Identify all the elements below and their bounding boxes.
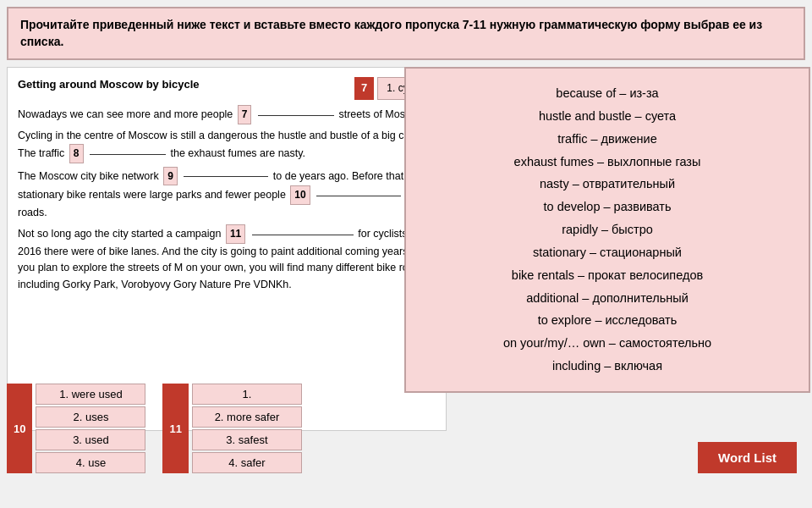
blank-line-8 <box>90 154 166 155</box>
blank-8: 8 <box>69 144 84 163</box>
option-11-1[interactable]: 1. <box>192 384 302 405</box>
paragraph-1: Nowadays we can see more and more people… <box>18 105 436 124</box>
blank-9: 9 <box>163 167 178 186</box>
answer-block-11: 11 1. 2. more safer 3. safest 4. safer <box>162 384 301 473</box>
word-list-item-1: because of – из-за <box>423 82 792 105</box>
blank-line-11 <box>252 235 354 235</box>
option-11-4[interactable]: 4. safer <box>192 452 302 473</box>
blank-line-10 <box>316 196 401 196</box>
answer-block-10: 10 1. were used 2. uses 3. used 4. use <box>7 384 145 473</box>
question-num-11: 11 <box>162 384 188 473</box>
blank-line-7 <box>258 115 334 116</box>
word-list-item-4: exhaust fumes – выхлопные газы <box>423 151 792 174</box>
word-list-item-9: bike rentals – прокат велосипедов <box>423 264 792 287</box>
option-10-3[interactable]: 3. used <box>36 429 145 450</box>
blank-line-9 <box>184 176 268 177</box>
word-list-item-8: stationary – стационарный <box>423 241 792 264</box>
word-list-button[interactable]: Word List <box>698 442 797 473</box>
word-list-item-13: including – включая <box>423 355 792 378</box>
paragraph-3: The Moscow city bike network 9 to de yea… <box>18 167 436 222</box>
word-list-item-2: hustle and bustle – суета <box>423 105 792 128</box>
instruction-text: Прочитайте приведенный ниже текст и вста… <box>20 18 762 48</box>
paragraph-4: Not so long ago the city started a campa… <box>18 224 436 293</box>
word-list-item-5: nasty – отвратительный <box>423 173 792 196</box>
blank-7: 7 <box>238 105 252 124</box>
word-list-item-10: additional – дополнительный <box>423 287 792 310</box>
word-list-item-3: traffic – движение <box>423 128 792 151</box>
paragraph-2: Cycling in the centre of Moscow is still… <box>18 128 436 163</box>
text-panel: Getting around Moscow by bicycle 7 1. cy… <box>7 67 447 431</box>
word-list-item-7: rapidly – быстро <box>423 218 792 241</box>
option-10-2[interactable]: 2. uses <box>36 406 145 428</box>
word-list-item-6: to develop – развивать <box>423 196 792 218</box>
options-list-10: 1. were used 2. uses 3. used 4. use <box>36 384 145 473</box>
option-10-1[interactable]: 1. were used <box>36 384 145 405</box>
option-11-2[interactable]: 2. more safer <box>192 406 302 428</box>
word-list-item-12: on your/my/… own – самостоятельно <box>423 332 792 355</box>
word-list-item-11: to explore – исследовать <box>423 309 792 332</box>
question-num-10: 10 <box>7 384 32 473</box>
blank-11: 11 <box>226 224 245 244</box>
word-list-panel: because of – из-за hustle and bustle – с… <box>404 67 810 393</box>
option-11-3[interactable]: 3. safest <box>192 429 302 450</box>
instruction-box: Прочитайте приведенный ниже текст и вста… <box>7 7 805 60</box>
question-tab-7[interactable]: 7 <box>354 77 374 100</box>
option-10-4[interactable]: 4. use <box>36 452 145 473</box>
article-title: Getting around Moscow by bicycle <box>18 76 200 93</box>
options-list-11: 1. 2. more safer 3. safest 4. safer <box>192 384 302 473</box>
blank-10: 10 <box>290 185 310 205</box>
